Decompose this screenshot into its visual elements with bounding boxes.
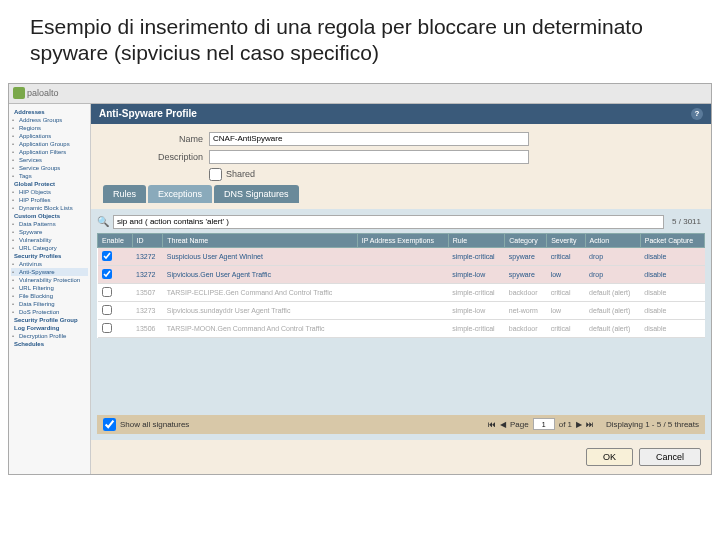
page-label: Page — [510, 420, 529, 429]
table-cell: disable — [640, 301, 704, 319]
table-row: 13272Sipvicious.Gen User Agent Trafficsi… — [98, 265, 705, 283]
sidebar-item[interactable]: Spyware — [11, 228, 88, 236]
sidebar-item[interactable]: Address Groups — [11, 116, 88, 124]
sidebar-item[interactable]: File Blocking — [11, 292, 88, 300]
column-header[interactable]: Enable — [98, 233, 133, 247]
pager-prev-icon[interactable]: ◀ — [500, 420, 506, 429]
table-cell: spyware — [505, 247, 547, 265]
pager-last-icon[interactable]: ⏭ — [586, 420, 594, 429]
sidebar-item[interactable]: Tags — [11, 172, 88, 180]
table-cell: drop — [585, 247, 640, 265]
column-header[interactable]: Severity — [547, 233, 585, 247]
sidebar-item[interactable]: Data Patterns — [11, 220, 88, 228]
search-count: 5 / 3011 — [668, 217, 705, 226]
enable-checkbox[interactable] — [102, 323, 112, 333]
table-cell — [98, 247, 133, 265]
column-header[interactable]: Action — [585, 233, 640, 247]
table-cell: disable — [640, 283, 704, 301]
table-cell: Sipvicious.Gen User Agent Traffic — [163, 265, 357, 283]
tab-rules[interactable]: Rules — [103, 185, 146, 203]
content: Anti-Spyware Profile ? Name Description … — [91, 104, 711, 474]
sidebar-item[interactable]: Regions — [11, 124, 88, 132]
table-cell: 13273 — [132, 301, 163, 319]
sidebar-item[interactable]: HIP Objects — [11, 188, 88, 196]
ok-button[interactable]: OK — [586, 448, 633, 466]
column-header[interactable]: Category — [505, 233, 547, 247]
sidebar-item[interactable]: Anti-Spyware — [11, 268, 88, 276]
name-input[interactable] — [209, 132, 529, 146]
sidebar-group[interactable]: Security Profiles — [11, 252, 88, 260]
sidebar-item[interactable]: Dynamic Block Lists — [11, 204, 88, 212]
sidebar-item[interactable]: Application Groups — [11, 140, 88, 148]
pager-first-icon[interactable]: ⏮ — [488, 420, 496, 429]
column-header[interactable]: Threat Name — [163, 233, 357, 247]
table-cell — [98, 301, 133, 319]
table-cell: spyware — [505, 265, 547, 283]
table-cell: drop — [585, 265, 640, 283]
tabs: RulesExceptionsDNS Signatures — [99, 185, 703, 203]
sidebar-group[interactable]: Schedules — [11, 340, 88, 348]
logo-text: paloalto — [27, 88, 59, 98]
footer-bar: Show all signatures ⏮ ◀ Page of 1 ▶ ⏭ Di… — [97, 415, 705, 434]
sidebar-item[interactable]: Vulnerability Protection — [11, 276, 88, 284]
pager-next-icon[interactable]: ▶ — [576, 420, 582, 429]
enable-checkbox[interactable] — [102, 305, 112, 315]
table-cell: simple-critical — [448, 319, 504, 337]
tab-body: 🔍 5 / 3011 EnableIDThreat NameIP Address… — [91, 209, 711, 440]
desc-input[interactable] — [209, 150, 529, 164]
sidebar-item[interactable]: URL Category — [11, 244, 88, 252]
search-icon[interactable]: 🔍 — [97, 216, 109, 228]
sidebar-group[interactable]: Addresses — [11, 108, 88, 116]
sidebar-item[interactable]: Application Filters — [11, 148, 88, 156]
sidebar-item[interactable]: Data Filtering — [11, 300, 88, 308]
threat-table: EnableIDThreat NameIP Address Exemptions… — [97, 233, 705, 338]
enable-checkbox[interactable] — [102, 287, 112, 297]
table-cell: Suspicious User Agent WinInet — [163, 247, 357, 265]
logo-icon — [13, 87, 25, 99]
column-header[interactable]: Rule — [448, 233, 504, 247]
enable-checkbox[interactable] — [102, 251, 112, 261]
name-label: Name — [99, 134, 209, 144]
show-all-checkbox[interactable] — [103, 418, 116, 431]
display-count: Displaying 1 - 5 / 5 threats — [606, 420, 699, 429]
column-header[interactable]: ID — [132, 233, 163, 247]
table-row: 13507TARSIP-ECLIPSE.Gen Command And Cont… — [98, 283, 705, 301]
table-cell: simple-low — [448, 301, 504, 319]
search-input[interactable] — [113, 215, 664, 229]
column-header[interactable]: IP Address Exemptions — [357, 233, 448, 247]
sidebar-item[interactable]: Services — [11, 156, 88, 164]
sidebar-item[interactable]: HIP Profiles — [11, 196, 88, 204]
pager: ⏮ ◀ Page of 1 ▶ ⏭ Displaying 1 - 5 / 5 t… — [488, 418, 699, 430]
table-row: 13272Suspicious User Agent WinInetsimple… — [98, 247, 705, 265]
column-header[interactable]: Packet Capture — [640, 233, 704, 247]
cancel-button[interactable]: Cancel — [639, 448, 701, 466]
sidebar-item[interactable]: Service Groups — [11, 164, 88, 172]
sidebar-item[interactable]: Vulnerability — [11, 236, 88, 244]
sidebar-group[interactable]: Security Profile Group — [11, 316, 88, 324]
sidebar-group[interactable]: Custom Objects — [11, 212, 88, 220]
sidebar-item[interactable]: Antivirus — [11, 260, 88, 268]
tab-dns-signatures[interactable]: DNS Signatures — [214, 185, 299, 203]
sidebar-item[interactable]: Applications — [11, 132, 88, 140]
sidebar-item[interactable]: Decryption Profile — [11, 332, 88, 340]
table-cell: disable — [640, 319, 704, 337]
table-cell: 13507 — [132, 283, 163, 301]
app-window: paloalto AddressesAddress GroupsRegionsA… — [8, 83, 712, 475]
sidebar-item[interactable]: DoS Protection — [11, 308, 88, 316]
table-cell: backdoor — [505, 319, 547, 337]
shared-checkbox[interactable] — [209, 168, 222, 181]
sidebar-group[interactable]: Log Forwarding — [11, 324, 88, 332]
page-of: of 1 — [559, 420, 572, 429]
sidebar-item[interactable]: URL Filtering — [11, 284, 88, 292]
help-icon[interactable]: ? — [691, 108, 703, 120]
table-cell: Sipvicious.sundayddr User Agent Traffic — [163, 301, 357, 319]
table-cell — [357, 247, 448, 265]
table-cell — [98, 283, 133, 301]
table-cell: TARSIP-ECLIPSE.Gen Command And Control T… — [163, 283, 357, 301]
sidebar-group[interactable]: Global Protect — [11, 180, 88, 188]
table-cell: default (alert) — [585, 283, 640, 301]
enable-checkbox[interactable] — [102, 269, 112, 279]
slide-title: Esempio di inserimento di una regola per… — [0, 0, 720, 77]
page-input[interactable] — [533, 418, 555, 430]
tab-exceptions[interactable]: Exceptions — [148, 185, 212, 203]
